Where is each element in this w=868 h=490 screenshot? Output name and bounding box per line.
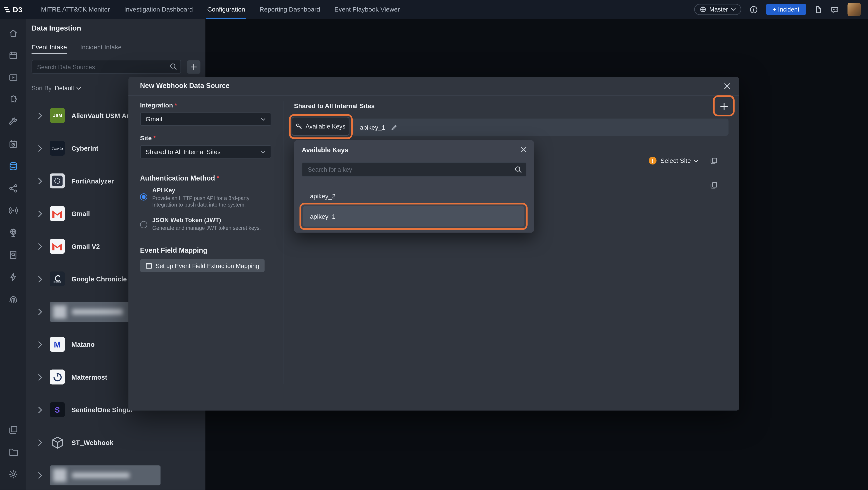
site-select[interactable]: Shared to All Internal Sites <box>140 145 271 158</box>
web-globe-icon[interactable] <box>0 222 26 244</box>
table-icon <box>146 262 152 269</box>
playbook-monitor-icon[interactable] <box>0 66 26 89</box>
multi-window-icon[interactable] <box>0 419 26 441</box>
matano-logo: M <box>50 337 65 352</box>
chevron-right-icon[interactable] <box>38 276 44 282</box>
chevron-right-icon[interactable] <box>38 145 44 151</box>
tab-event-intake[interactable]: Event Intake <box>32 44 67 54</box>
copy-icon[interactable] <box>710 182 717 189</box>
chevron-right-icon[interactable] <box>38 472 44 478</box>
report-search-icon[interactable] <box>0 244 26 266</box>
key-option-apikey2[interactable]: apikey_2 <box>310 193 336 199</box>
integration-select[interactable]: Gmail <box>140 112 271 126</box>
topnav-right: Master + Incident <box>694 3 868 16</box>
nav-investigation-dashboard[interactable]: Investigation Dashboard <box>117 0 200 19</box>
select-site-dropdown[interactable]: Select Site <box>660 157 699 164</box>
chevron-right-icon[interactable] <box>38 341 44 347</box>
modal-column-divider <box>283 102 283 384</box>
integrations-puzzle-icon[interactable] <box>0 89 26 111</box>
nav-mitre-attck-monitor[interactable]: MITRE ATT&CK Monitor <box>34 0 117 19</box>
data-ingestion-icon[interactable] <box>0 155 26 177</box>
alienvault-logo: USM <box>50 108 65 123</box>
required-asterisk: * <box>217 174 219 182</box>
calendar-icon[interactable] <box>0 44 26 66</box>
nav-event-playbook-viewer[interactable]: Event Playbook Viewer <box>327 0 407 19</box>
add-data-source-button[interactable] <box>187 60 200 74</box>
sort-order-select[interactable]: Default <box>55 85 81 91</box>
search-icon <box>514 166 522 176</box>
chevron-right-icon[interactable] <box>38 439 44 446</box>
schedule-icon[interactable] <box>0 133 26 155</box>
chevron-down-icon <box>260 118 266 120</box>
site-selector-master[interactable]: Master <box>694 4 741 15</box>
nav-configuration[interactable]: Configuration <box>200 0 252 19</box>
chevron-down-icon <box>260 150 266 153</box>
setup-field-mapping-button[interactable]: Set up Event Field Extraction Mapping <box>140 259 265 272</box>
home-icon[interactable] <box>0 22 26 44</box>
chevron-right-icon[interactable] <box>38 308 44 315</box>
authentication-method-heading: Authentication Method* <box>140 174 219 182</box>
chevron-right-icon[interactable] <box>38 210 44 217</box>
chevron-right-icon[interactable] <box>38 374 44 380</box>
search-row <box>32 60 200 74</box>
edit-pencil-icon[interactable] <box>391 124 397 130</box>
available-keys-popup: Available Keys apikey_2 apikey_1 <box>294 140 534 233</box>
link-analysis-icon[interactable] <box>0 177 26 200</box>
copy-icon[interactable] <box>710 157 717 164</box>
nav-reporting-dashboard[interactable]: Reporting Dashboard <box>252 0 327 19</box>
chronicle-logo: chronicle <box>50 271 65 286</box>
shared-sites-heading: Shared to All Internal Sites <box>294 103 375 109</box>
globe-icon <box>700 6 706 13</box>
page-title: Data Ingestion <box>32 24 81 32</box>
warning-icon: ! <box>649 157 656 165</box>
modal-title: New Webhook Data Source <box>140 82 230 90</box>
sort-value-text: Default <box>55 85 74 91</box>
top-nav: D3 MITRE ATT&CK Monitor Investigation Da… <box>0 0 868 19</box>
api-key-description: Provide an HTTP push API for a 3rd-party… <box>152 195 266 208</box>
add-key-button[interactable] <box>717 99 731 114</box>
automation-lightning-icon[interactable] <box>0 266 26 288</box>
search-data-sources-input[interactable] <box>32 60 181 74</box>
user-avatar[interactable] <box>847 3 861 16</box>
close-icon[interactable] <box>723 83 731 90</box>
chevron-right-icon[interactable] <box>38 112 44 119</box>
available-keys-button[interactable]: Available Keys <box>292 117 349 136</box>
d3-logo[interactable]: D3 <box>0 5 26 13</box>
chevron-right-icon[interactable] <box>38 178 44 184</box>
jwt-label: JSON Web Token (JWT) <box>152 217 266 223</box>
left-sidebar <box>0 19 26 490</box>
d3-logo-text: D3 <box>13 5 23 13</box>
key-search-input[interactable] <box>302 163 526 177</box>
list-item-redacted[interactable] <box>26 459 205 490</box>
auth-option-jwt[interactable]: JSON Web Token (JWT) Generate and manage… <box>140 217 266 232</box>
popup-title: Available Keys <box>302 146 348 154</box>
webhook-cube-icon <box>50 435 65 450</box>
selected-key-field[interactable]: apikey_1 <box>352 119 728 136</box>
key-option-apikey1[interactable]: apikey_1 <box>303 206 524 227</box>
utility-wrench-icon[interactable] <box>0 111 26 133</box>
document-icon[interactable] <box>814 5 822 13</box>
list-item-st-webhook[interactable]: ST_Webhook <box>26 426 205 459</box>
radio-selected-icon[interactable] <box>140 194 147 201</box>
api-key-label: API Key <box>152 186 266 193</box>
gmail-logo <box>50 206 65 221</box>
master-label: Master <box>709 6 728 13</box>
chevron-right-icon[interactable] <box>38 406 44 413</box>
fingerprint-icon[interactable] <box>0 288 26 310</box>
integration-label: Integration* <box>140 102 177 109</box>
close-icon[interactable] <box>520 146 527 153</box>
info-icon[interactable] <box>749 5 758 13</box>
broadcast-icon[interactable] <box>0 200 26 222</box>
tab-incident-intake[interactable]: Incident Intake <box>80 44 122 54</box>
chevron-right-icon[interactable] <box>38 243 44 250</box>
chat-icon[interactable] <box>830 5 839 13</box>
webhook-row-url <box>710 182 717 189</box>
auth-option-api-key[interactable]: API Key Provide an HTTP push API for a 3… <box>140 186 266 208</box>
intake-tabs: Event Intake Incident Intake <box>32 44 122 54</box>
chevron-down-icon <box>731 8 736 11</box>
gmail-logo <box>50 239 65 254</box>
radio-unselected-icon[interactable] <box>140 221 147 228</box>
new-incident-button[interactable]: + Incident <box>766 4 806 15</box>
settings-gear-icon[interactable] <box>0 463 26 485</box>
file-manager-icon[interactable] <box>0 441 26 463</box>
